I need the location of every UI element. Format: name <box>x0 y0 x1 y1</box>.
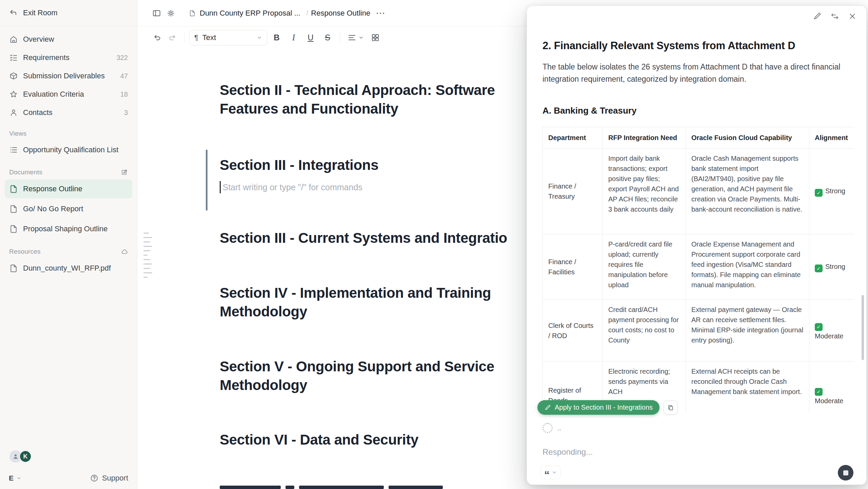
sidebar-item-overview[interactable]: Overview <box>5 30 132 48</box>
document-icon <box>9 224 18 233</box>
workspace-switcher[interactable]: E <box>9 474 22 482</box>
cell-department: Finance / Facilities <box>543 234 603 300</box>
close-panel-button[interactable] <box>845 9 860 23</box>
sidebar-toggle-icon <box>152 9 161 18</box>
grid-icon <box>371 33 380 42</box>
table-row: Finance / Facilities P-card/credit card … <box>543 234 854 300</box>
sidebar-item-proposal-shaping-outline[interactable]: Proposal Shaping Outline <box>5 219 132 238</box>
stop-generation-button[interactable] <box>838 465 853 481</box>
toolbar-divider <box>340 33 340 43</box>
panel-scrollbar-thumb[interactable] <box>862 295 864 360</box>
sidebar-item-response-outline[interactable]: Response Outline <box>5 179 132 198</box>
support-label: Support <box>102 474 128 483</box>
heading-section-v[interactable]: Section V - Ongoing Support and Service … <box>220 357 494 394</box>
sidebar-item-rfp-pdf[interactable]: Dunn_county_WI_RFP.pdf <box>5 259 132 278</box>
cell-need: Import daily bank transactions; export p… <box>603 149 686 234</box>
outline-minimap[interactable] <box>143 233 152 281</box>
cell-need: P-card/credit card file upload; currentl… <box>603 234 686 300</box>
sidebar-item-label: Go/ No Go Report <box>23 204 128 213</box>
home-icon <box>9 35 18 44</box>
col-header-alignment: Alignment <box>809 127 854 149</box>
empty-paragraph[interactable]: Start writing or type "/" for commands <box>220 181 362 193</box>
gear-icon <box>166 9 175 18</box>
settings-button[interactable] <box>164 6 178 20</box>
cell-need: Credit card/ACH payment processing for c… <box>603 300 686 361</box>
chevron-down-icon <box>552 470 557 475</box>
more-options-button[interactable]: ⋯ <box>376 8 385 18</box>
quote-context-button[interactable]: “ <box>540 466 561 479</box>
assistant-input-area: .. Responding... “ <box>527 413 866 485</box>
cloud-upload-icon[interactable] <box>121 248 128 255</box>
cell-capability: Oracle Expense Management and Procuremen… <box>686 234 809 300</box>
swap-panel-button[interactable] <box>828 9 842 23</box>
sidebar-item-evaluation-criteria[interactable]: Evaluation Criteria 18 <box>5 85 132 103</box>
pilcrow-icon: ¶ <box>194 33 198 42</box>
strikethrough-button[interactable]: S <box>320 30 335 45</box>
heading-section-ii[interactable]: Section II - Technical Approach: Softwar… <box>220 81 495 118</box>
star-icon <box>9 90 18 99</box>
workspace-initial: E <box>9 474 14 482</box>
cell-alignment: ✓Strong <box>809 234 854 300</box>
resources-group: Dunn_county_WI_RFP.pdf <box>0 259 137 278</box>
redo-button[interactable] <box>166 31 179 44</box>
user-avatar[interactable]: K <box>19 450 32 463</box>
col-header-capability: Oracle Fusion Cloud Capability <box>686 127 809 149</box>
sidebar-item-label: Evaluation Criteria <box>23 90 115 99</box>
alignment-dropdown[interactable] <box>345 30 367 45</box>
italic-button[interactable]: I <box>286 30 301 45</box>
assistant-panel: 2. Financially Relevant Systems from Att… <box>527 5 867 485</box>
col-header-department: Department <box>543 127 603 149</box>
sidebar-item-opportunity-qualification-list[interactable]: Opportunity Qualification List <box>5 141 132 159</box>
sidebar-item-label: Response Outline <box>23 184 128 193</box>
sidebar-item-label: Dunn_county_WI_RFP.pdf <box>23 264 128 273</box>
exit-room-label: Exit Room <box>23 8 57 17</box>
support-button[interactable]: Support <box>90 474 128 483</box>
heading-section-iv[interactable]: Section IV - Implementation and Training… <box>220 283 491 321</box>
apply-to-document-button[interactable] <box>810 9 824 23</box>
toolbar-divider <box>184 33 184 43</box>
documents-group: Response Outline Go/ No Go Report Propos… <box>0 179 137 238</box>
cell-capability: Oracle Cash Management supports bank sta… <box>686 149 809 234</box>
views-group: Opportunity Qualification List <box>0 141 137 159</box>
cell-department: Clerk of Courts / ROD <box>543 300 603 361</box>
copy-response-button[interactable] <box>664 400 677 414</box>
sidebar-item-label: Overview <box>23 35 123 44</box>
undo-icon <box>153 33 161 42</box>
breadcrumb-page-title[interactable]: Response Outline <box>311 9 370 18</box>
table-row: Clerk of Courts / ROD Credit card/ACH pa… <box>543 300 854 361</box>
breadcrumb-document[interactable]: Dunn County ERP Proposal ... <box>185 6 304 20</box>
undo-button[interactable] <box>150 31 164 44</box>
heading-section-vi[interactable]: Section VI - Data and Security <box>220 430 418 449</box>
apply-action-row: Apply to Section III - Integrations <box>537 400 677 415</box>
contacts-icon <box>9 108 18 117</box>
apply-to-section-button[interactable]: Apply to Section III - Integrations <box>537 400 659 415</box>
heading-section-iii-current-systems[interactable]: Section III - Current Systems and Integr… <box>220 229 507 247</box>
underline-button[interactable]: U <box>303 30 318 45</box>
redo-icon <box>168 33 177 42</box>
sidebar-item-submission-deliverables[interactable]: Submission Deliverables 47 <box>5 67 132 85</box>
new-document-icon[interactable] <box>121 169 128 176</box>
check-icon: ✓ <box>815 388 823 396</box>
cell-department: Finance / Treasury <box>543 149 603 234</box>
sidebar-item-label: Proposal Shaping Outline <box>23 224 128 233</box>
toggle-sidebar-button[interactable] <box>150 6 164 20</box>
selected-block-indicator <box>206 150 208 211</box>
exit-arrow-icon <box>9 8 18 17</box>
breadcrumb-separator: / <box>307 9 309 17</box>
block-style-dropdown[interactable]: ¶ Text <box>189 30 267 45</box>
sidebar-item-requirements[interactable]: Requirements 322 <box>5 48 132 67</box>
cell-capability: External ACH receipts can be reconciled … <box>686 361 809 413</box>
exit-room-button[interactable]: Exit Room <box>0 0 137 26</box>
sidebar-item-contacts[interactable]: Contacts 3 <box>5 103 132 122</box>
person-icon <box>12 453 19 460</box>
document-icon <box>9 184 18 193</box>
responding-status: Responding... <box>542 447 593 457</box>
text-caret <box>220 181 221 193</box>
heading-section-iii-integrations[interactable]: Section III - Integrations <box>220 156 378 174</box>
cell-capability: External payment gateway — Oracle AR can… <box>686 300 809 361</box>
list-icon <box>9 145 18 154</box>
sidebar-item-go-no-go-report[interactable]: Go/ No Go Report <box>5 199 132 218</box>
bold-button[interactable]: B <box>269 30 284 45</box>
views-section-label: Views <box>9 130 128 137</box>
blocks-grid-button[interactable] <box>369 31 382 44</box>
